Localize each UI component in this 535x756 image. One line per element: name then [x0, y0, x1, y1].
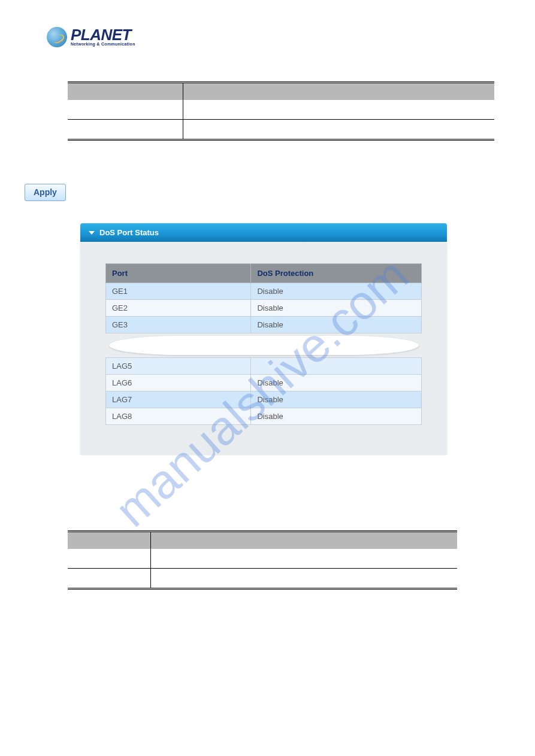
desc2-r1-c2 — [151, 549, 161, 568]
desc2-header-col1 — [68, 532, 151, 549]
table-row: LAG5 — [106, 358, 422, 375]
desc1-header-col2 — [183, 83, 193, 100]
desc1-header-col1 — [68, 83, 183, 100]
col-header-protection: DoS Protection — [251, 264, 422, 283]
apply-button[interactable]: Apply — [25, 184, 66, 201]
desc2-r1-c1 — [68, 549, 151, 568]
port-cell: LAG7 — [106, 391, 251, 408]
table-row: LAG8 Disable — [106, 408, 422, 425]
protection-cell: Disable — [251, 391, 422, 408]
desc1-r1-c2 — [183, 100, 193, 119]
protection-cell: Disable — [251, 408, 422, 425]
brand-logo: PLANET Networking & Communication — [47, 27, 135, 47]
chevron-down-icon — [89, 231, 95, 235]
desc2-r2-c2 — [151, 569, 161, 588]
desc1-r2-c2 — [183, 120, 193, 139]
port-cell: LAG6 — [106, 375, 251, 391]
port-cell: GE1 — [106, 283, 251, 300]
table-row: GE3 Disable — [106, 317, 422, 333]
protection-cell — [251, 358, 422, 375]
desc1-r2-c1 — [68, 120, 183, 139]
description-table-bottom — [68, 530, 457, 590]
globe-icon — [47, 27, 67, 47]
desc1-r1-c1 — [68, 100, 183, 119]
protection-cell: Disable — [251, 375, 422, 391]
dos-port-status-panel: DoS Port Status Port DoS Protection GE1 … — [80, 223, 447, 455]
logo-sub-text: Networking & Communication — [71, 42, 135, 46]
dos-status-table: Port DoS Protection GE1 Disable GE2 Disa… — [105, 263, 422, 425]
port-cell: GE2 — [106, 300, 251, 317]
table-row: LAG6 Disable — [106, 375, 422, 391]
port-cell: LAG8 — [106, 408, 251, 425]
desc2-header-col2 — [151, 532, 161, 549]
table-row: LAG7 Disable — [106, 391, 422, 408]
truncation-indicator — [106, 333, 422, 358]
panel-header[interactable]: DoS Port Status — [80, 223, 447, 242]
protection-cell: Disable — [251, 317, 422, 333]
description-table-top — [68, 81, 494, 141]
logo-main-text: PLANET — [71, 28, 135, 42]
panel-title: DoS Port Status — [99, 228, 159, 237]
table-row: GE1 Disable — [106, 283, 422, 300]
col-header-port: Port — [106, 264, 251, 283]
port-cell: LAG5 — [106, 358, 251, 375]
port-cell: GE3 — [106, 317, 251, 333]
protection-cell: Disable — [251, 300, 422, 317]
desc2-r2-c1 — [68, 569, 151, 588]
table-row: GE2 Disable — [106, 300, 422, 317]
protection-cell: Disable — [251, 283, 422, 300]
